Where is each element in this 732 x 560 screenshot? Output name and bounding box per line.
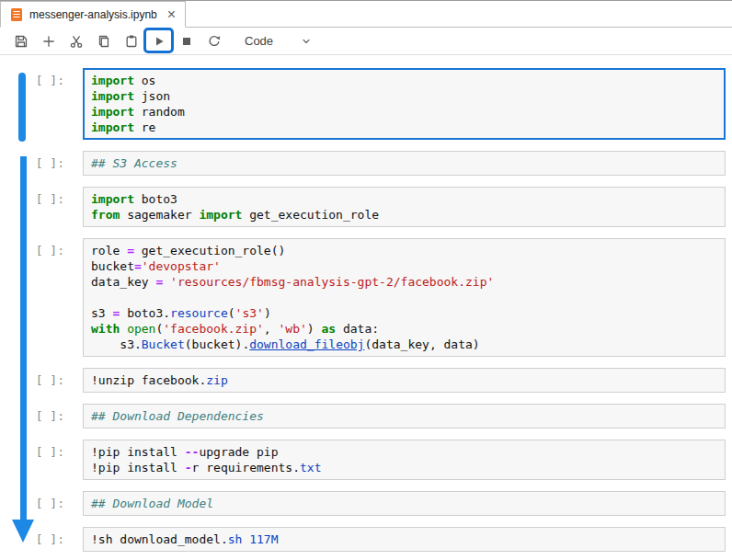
code-line: bucket='devopstar'	[91, 258, 717, 274]
code-line: data_key = 'resources/fbmsg-analysis-gpt…	[91, 274, 717, 290]
refresh-icon	[207, 34, 222, 49]
code-line: !pip install --upgrade pip	[91, 444, 717, 460]
cell-prompt: [ ]:	[0, 151, 83, 176]
save-icon	[14, 34, 29, 49]
notebook-cell[interactable]: [ ]:!pip install --upgrade pip!pip insta…	[0, 440, 726, 480]
code-line: !unzip facebook.zip	[91, 372, 717, 388]
cell-editor[interactable]: import boto3from sagemaker import get_ex…	[83, 187, 726, 227]
code-line: with open('facebook.zip', 'wb') as data:	[91, 321, 717, 337]
copy-cells-button[interactable]	[91, 29, 117, 53]
code-line: import boto3	[91, 191, 717, 207]
notebook-icon	[10, 7, 23, 22]
cell-editor[interactable]: import osimport jsonimport randomimport …	[83, 68, 726, 140]
plus-icon	[41, 34, 56, 49]
jupyterlab-window: { "tab": { "title": "messenger-analysis.…	[0, 0, 732, 560]
save-button[interactable]	[8, 29, 34, 53]
cell-editor[interactable]: !unzip facebook.zip	[83, 368, 726, 393]
clipboard-icon	[124, 34, 139, 49]
notebook-cell[interactable]: [ ]:import boto3from sagemaker import ge…	[0, 187, 726, 227]
cell-type-label: Code	[245, 34, 273, 48]
cell-prompt: [ ]:	[0, 368, 83, 393]
notebook-cell[interactable]: [ ]:## Download Dependencies	[0, 404, 726, 429]
cell-prompt: [ ]:	[0, 68, 83, 140]
notebook-cell[interactable]: [ ]:## S3 Access	[0, 151, 726, 176]
notebook-cell[interactable]: [ ]:## Download Model	[0, 491, 726, 516]
tab-title: messenger-analysis.ipynb	[29, 8, 157, 21]
chevron-down-icon	[300, 35, 313, 48]
tab-bar: messenger-analysis.ipynb ×	[0, 1, 732, 28]
code-line: !sh download_model.sh 117M	[91, 531, 717, 547]
notebook-toolbar: Code	[0, 28, 732, 55]
code-line: import re	[91, 120, 717, 135]
cell-editor[interactable]: !pip install --upgrade pip!pip install -…	[83, 440, 726, 480]
paste-cells-button[interactable]	[119, 29, 144, 53]
code-line: import os	[91, 73, 717, 88]
code-line: ## S3 Access	[91, 155, 717, 171]
notebook-cell[interactable]: [ ]:role = get_execution_role()bucket='d…	[0, 238, 726, 357]
cell-editor[interactable]: ## S3 Access	[83, 151, 726, 176]
insert-cell-button[interactable]	[36, 29, 62, 53]
cell-type-dropdown[interactable]: Code	[243, 32, 315, 50]
stop-icon	[179, 34, 194, 49]
restart-kernel-button[interactable]	[201, 29, 227, 53]
code-line: !pip install -r requirements.txt	[91, 460, 717, 475]
cell-prompt: [ ]:	[0, 440, 83, 480]
cell-prompt: [ ]:	[0, 238, 83, 357]
cell-prompt: [ ]:	[0, 527, 83, 552]
cell-editor[interactable]: ## Download Model	[83, 491, 726, 516]
cut-cells-button[interactable]	[63, 29, 89, 53]
cell-editor[interactable]: role = get_execution_role()bucket='devop…	[83, 238, 726, 357]
interrupt-kernel-button[interactable]	[174, 29, 200, 53]
notebook-tab[interactable]: messenger-analysis.ipynb ×	[0, 1, 186, 28]
notebook-content: [ ]:import osimport jsonimport randomimp…	[0, 55, 732, 560]
copy-icon	[97, 34, 111, 49]
notebook-cell[interactable]: [ ]:!sh download_model.sh 117M	[0, 527, 726, 552]
code-line: import json	[91, 88, 717, 104]
cell-editor[interactable]: !sh download_model.sh 117M	[83, 527, 726, 552]
cell-prompt: [ ]:	[0, 404, 83, 429]
code-line: s3.Bucket(bucket).download_fileobj(data_…	[91, 337, 717, 352]
scissors-icon	[69, 34, 84, 49]
code-line	[91, 290, 717, 305]
code-line: ## Download Dependencies	[91, 408, 717, 424]
code-line: ## Download Model	[91, 496, 717, 511]
cells: [ ]:import osimport jsonimport randomimp…	[0, 68, 732, 552]
cell-editor[interactable]: ## Download Dependencies	[83, 404, 726, 429]
notebook-cell[interactable]: [ ]:!unzip facebook.zip	[0, 368, 726, 393]
run-button[interactable]	[146, 29, 172, 53]
close-tab-icon[interactable]: ×	[167, 7, 176, 22]
cell-prompt: [ ]:	[0, 491, 83, 516]
code-line: role = get_execution_role()	[91, 243, 717, 258]
code-line: import random	[91, 104, 717, 120]
cell-prompt: [ ]:	[0, 187, 83, 227]
code-line: from sagemaker import get_execution_role	[91, 207, 717, 223]
play-icon	[152, 34, 166, 49]
code-line: s3 = boto3.resource('s3')	[91, 305, 717, 321]
notebook-cell[interactable]: [ ]:import osimport jsonimport randomimp…	[0, 68, 726, 140]
